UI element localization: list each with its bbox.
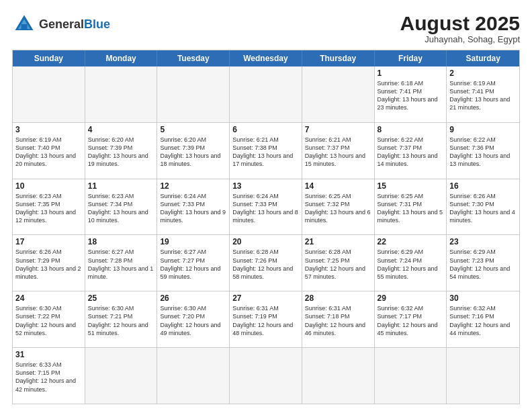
day-num-14: 14	[305, 181, 371, 191]
day-num-27: 27	[232, 293, 299, 303]
cal-cell-0-6: 2Sunrise: 6:19 AM Sunset: 7:41 PM Daylig…	[447, 66, 519, 122]
calendar-subtitle: Juhaynah, Sohag, Egypt	[400, 34, 520, 44]
cal-cell-3-6: 23Sunrise: 6:29 AM Sunset: 7:23 PM Dayli…	[447, 235, 519, 291]
day-info-18: Sunrise: 6:27 AM Sunset: 7:28 PM Dayligh…	[88, 248, 154, 281]
calendar-body: 1Sunrise: 6:18 AM Sunset: 7:41 PM Daylig…	[13, 66, 519, 404]
day-info-11: Sunrise: 6:23 AM Sunset: 7:34 PM Dayligh…	[88, 192, 154, 225]
title-block: August 2025 Juhaynah, Sohag, Egypt	[400, 12, 520, 44]
day-num-28: 28	[305, 293, 371, 303]
day-num-10: 10	[15, 181, 82, 191]
day-info-21: Sunrise: 6:28 AM Sunset: 7:25 PM Dayligh…	[305, 248, 371, 281]
cal-cell-3-5: 22Sunrise: 6:29 AM Sunset: 7:24 PM Dayli…	[375, 235, 447, 291]
day-num-2: 2	[449, 68, 517, 78]
day-info-13: Sunrise: 6:24 AM Sunset: 7:33 PM Dayligh…	[232, 192, 299, 225]
day-info-27: Sunrise: 6:31 AM Sunset: 7:19 PM Dayligh…	[232, 304, 299, 337]
calendar-title: August 2025	[400, 12, 520, 34]
day-num-21: 21	[305, 237, 371, 246]
cal-cell-5-2	[157, 348, 230, 404]
cal-cell-2-4: 14Sunrise: 6:25 AM Sunset: 7:32 PM Dayli…	[302, 179, 375, 235]
day-num-24: 24	[15, 293, 82, 303]
cal-cell-5-5	[375, 348, 447, 404]
day-num-22: 22	[378, 237, 444, 246]
day-info-30: Sunrise: 6:32 AM Sunset: 7:16 PM Dayligh…	[449, 304, 517, 337]
day-info-25: Sunrise: 6:30 AM Sunset: 7:21 PM Dayligh…	[88, 304, 154, 337]
week-row-1: 3Sunrise: 6:19 AM Sunset: 7:40 PM Daylig…	[13, 122, 519, 179]
calendar-header-row: Sunday Monday Tuesday Wednesday Thursday…	[13, 50, 519, 66]
logo-text: GeneralBlue	[39, 18, 110, 31]
cal-cell-3-4: 21Sunrise: 6:28 AM Sunset: 7:25 PM Dayli…	[302, 235, 375, 291]
day-num-20: 20	[232, 237, 299, 246]
day-info-10: Sunrise: 6:23 AM Sunset: 7:35 PM Dayligh…	[15, 192, 82, 225]
day-num-3: 3	[15, 125, 82, 134]
cal-cell-2-5: 15Sunrise: 6:25 AM Sunset: 7:31 PM Dayli…	[375, 179, 447, 235]
cal-cell-4-5: 29Sunrise: 6:32 AM Sunset: 7:17 PM Dayli…	[375, 291, 447, 347]
cal-cell-1-3: 6Sunrise: 6:21 AM Sunset: 7:38 PM Daylig…	[230, 123, 302, 179]
cal-cell-2-1: 11Sunrise: 6:23 AM Sunset: 7:34 PM Dayli…	[85, 179, 158, 235]
day-num-19: 19	[160, 237, 226, 246]
day-info-1: Sunrise: 6:18 AM Sunset: 7:41 PM Dayligh…	[378, 79, 444, 112]
calendar: Sunday Monday Tuesday Wednesday Thursday…	[12, 50, 520, 404]
logo-icon	[12, 12, 36, 36]
day-info-17: Sunrise: 6:26 AM Sunset: 7:29 PM Dayligh…	[15, 248, 82, 281]
day-num-30: 30	[449, 293, 517, 303]
day-info-4: Sunrise: 6:20 AM Sunset: 7:39 PM Dayligh…	[88, 136, 154, 169]
day-num-23: 23	[449, 237, 517, 246]
cal-cell-4-3: 27Sunrise: 6:31 AM Sunset: 7:19 PM Dayli…	[230, 291, 302, 347]
cal-cell-3-2: 19Sunrise: 6:27 AM Sunset: 7:27 PM Dayli…	[157, 235, 230, 291]
day-num-13: 13	[232, 181, 299, 191]
day-info-22: Sunrise: 6:29 AM Sunset: 7:24 PM Dayligh…	[378, 248, 444, 281]
cal-cell-3-1: 18Sunrise: 6:27 AM Sunset: 7:28 PM Dayli…	[85, 235, 158, 291]
cal-cell-2-2: 12Sunrise: 6:24 AM Sunset: 7:33 PM Dayli…	[157, 179, 230, 235]
cal-cell-4-2: 26Sunrise: 6:30 AM Sunset: 7:20 PM Dayli…	[157, 291, 230, 347]
logo: GeneralBlue	[12, 12, 110, 36]
day-info-28: Sunrise: 6:31 AM Sunset: 7:18 PM Dayligh…	[305, 304, 371, 337]
cal-cell-1-0: 3Sunrise: 6:19 AM Sunset: 7:40 PM Daylig…	[13, 123, 85, 179]
cal-cell-4-0: 24Sunrise: 6:30 AM Sunset: 7:22 PM Dayli…	[13, 291, 85, 347]
day-num-29: 29	[378, 293, 444, 303]
cal-cell-5-3	[230, 348, 302, 404]
cal-cell-0-5: 1Sunrise: 6:18 AM Sunset: 7:41 PM Daylig…	[375, 66, 447, 122]
day-info-5: Sunrise: 6:20 AM Sunset: 7:39 PM Dayligh…	[160, 136, 226, 169]
cal-cell-4-6: 30Sunrise: 6:32 AM Sunset: 7:16 PM Dayli…	[447, 291, 519, 347]
header-friday: Friday	[375, 50, 447, 66]
day-info-19: Sunrise: 6:27 AM Sunset: 7:27 PM Dayligh…	[160, 248, 226, 281]
day-info-3: Sunrise: 6:19 AM Sunset: 7:40 PM Dayligh…	[15, 136, 82, 169]
cal-cell-2-0: 10Sunrise: 6:23 AM Sunset: 7:35 PM Dayli…	[13, 179, 85, 235]
header-saturday: Saturday	[447, 50, 519, 66]
cal-cell-0-1	[85, 66, 158, 122]
cal-cell-1-6: 9Sunrise: 6:22 AM Sunset: 7:36 PM Daylig…	[447, 123, 519, 179]
day-info-9: Sunrise: 6:22 AM Sunset: 7:36 PM Dayligh…	[449, 136, 517, 169]
day-info-6: Sunrise: 6:21 AM Sunset: 7:38 PM Dayligh…	[232, 136, 299, 169]
day-info-7: Sunrise: 6:21 AM Sunset: 7:37 PM Dayligh…	[305, 136, 371, 169]
cal-cell-0-3	[230, 66, 302, 122]
day-num-26: 26	[160, 293, 226, 303]
week-row-2: 10Sunrise: 6:23 AM Sunset: 7:35 PM Dayli…	[13, 179, 519, 235]
cal-cell-2-3: 13Sunrise: 6:24 AM Sunset: 7:33 PM Dayli…	[230, 179, 302, 235]
day-num-9: 9	[449, 125, 517, 134]
cal-cell-4-1: 25Sunrise: 6:30 AM Sunset: 7:21 PM Dayli…	[85, 291, 158, 347]
day-info-29: Sunrise: 6:32 AM Sunset: 7:17 PM Dayligh…	[378, 304, 444, 337]
day-info-23: Sunrise: 6:29 AM Sunset: 7:23 PM Dayligh…	[449, 248, 517, 281]
day-num-8: 8	[378, 125, 444, 134]
day-info-16: Sunrise: 6:26 AM Sunset: 7:30 PM Dayligh…	[449, 192, 517, 225]
day-num-1: 1	[378, 68, 444, 78]
day-num-5: 5	[160, 125, 226, 134]
cal-cell-1-4: 7Sunrise: 6:21 AM Sunset: 7:37 PM Daylig…	[302, 123, 375, 179]
day-num-16: 16	[449, 181, 517, 191]
day-info-31: Sunrise: 6:33 AM Sunset: 7:15 PM Dayligh…	[15, 361, 82, 394]
cal-cell-5-6	[447, 348, 519, 404]
header-wednesday: Wednesday	[230, 50, 302, 66]
cal-cell-3-0: 17Sunrise: 6:26 AM Sunset: 7:29 PM Dayli…	[13, 235, 85, 291]
cal-cell-1-2: 5Sunrise: 6:20 AM Sunset: 7:39 PM Daylig…	[157, 123, 230, 179]
day-num-6: 6	[232, 125, 299, 134]
day-num-15: 15	[378, 181, 444, 191]
day-info-24: Sunrise: 6:30 AM Sunset: 7:22 PM Dayligh…	[15, 304, 82, 337]
cal-cell-1-1: 4Sunrise: 6:20 AM Sunset: 7:39 PM Daylig…	[85, 123, 158, 179]
day-num-12: 12	[160, 181, 226, 191]
day-num-31: 31	[15, 350, 82, 359]
week-row-3: 17Sunrise: 6:26 AM Sunset: 7:29 PM Dayli…	[13, 234, 519, 291]
cal-cell-0-2	[157, 66, 230, 122]
header-sunday: Sunday	[13, 50, 85, 66]
week-row-4: 24Sunrise: 6:30 AM Sunset: 7:22 PM Dayli…	[13, 291, 519, 347]
cal-cell-5-4	[302, 348, 375, 404]
